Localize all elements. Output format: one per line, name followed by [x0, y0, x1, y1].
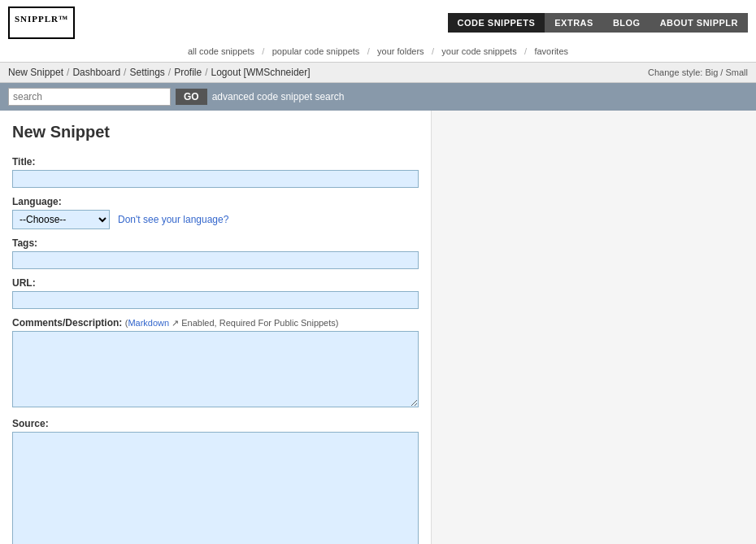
page-title: New Snippet: [12, 123, 419, 141]
right-sidebar: [431, 111, 756, 544]
main-content: New Snippet Title: Language: --Choose-- …: [0, 111, 431, 544]
sub-nav: all code snippets / popular code snippet…: [0, 42, 756, 63]
url-label: URL:: [12, 277, 419, 289]
tags-label: Tags:: [12, 237, 419, 249]
comments-group: Comments/Description: (Markdown ↗ Enable…: [12, 317, 419, 410]
change-style: Change style: Big / Small: [648, 67, 748, 77]
nav-new-snippet[interactable]: New Snippet: [8, 67, 63, 78]
top-header: SNIPPLR™ Code Snippets Extras Blog About…: [0, 0, 756, 42]
comments-label-row: Comments/Description: (Markdown ↗ Enable…: [12, 317, 419, 329]
sub-nav-your-code-snippets[interactable]: your code snippets: [441, 46, 516, 56]
nav-btn-code-snippets[interactable]: Code Snippets: [448, 13, 545, 33]
tags-input[interactable]: [12, 251, 419, 269]
nav-btn-blog[interactable]: Blog: [603, 13, 650, 33]
sub-nav-your-folders[interactable]: your folders: [377, 46, 424, 56]
title-label: Title:: [12, 156, 419, 168]
top-nav-buttons: Code Snippets Extras Blog About Snipplr: [448, 13, 749, 33]
nav-logout[interactable]: Logout [WMSchneider]: [211, 67, 311, 78]
search-go-button[interactable]: GO: [176, 89, 207, 105]
nav-sep-1: /: [67, 67, 69, 78]
dont-see-language-link[interactable]: Don't see your language?: [118, 214, 228, 225]
source-group: Source:: [12, 418, 419, 544]
logo-text: SNIPPLR: [15, 14, 59, 24]
nav-bar-links: New Snippet / Dashboard / Settings / Pro…: [8, 67, 314, 78]
language-select[interactable]: --Choose--: [12, 210, 110, 229]
nav-dashboard[interactable]: Dashboard: [72, 67, 120, 78]
comments-note: (Markdown ↗ Enabled, Required For Public…: [125, 318, 339, 328]
sub-nav-sep-3: /: [432, 46, 434, 56]
nav-btn-extras[interactable]: Extras: [545, 13, 603, 33]
sub-nav-favorites[interactable]: favorites: [534, 46, 568, 56]
advanced-search-link[interactable]: advanced code snippet search: [212, 91, 345, 102]
language-group: Language: --Choose-- Don't see your lang…: [12, 196, 419, 229]
source-textarea[interactable]: [12, 432, 419, 544]
language-label: Language:: [12, 196, 419, 207]
nav-profile[interactable]: Profile: [174, 67, 202, 78]
nav-settings[interactable]: Settings: [129, 67, 164, 78]
url-group: URL:: [12, 277, 419, 309]
search-bar: GO advanced code snippet search: [0, 83, 756, 111]
source-label: Source:: [12, 418, 419, 429]
nav-sep-4: /: [205, 67, 207, 78]
sub-nav-sep-1: /: [262, 46, 264, 56]
change-style-label: Change style:: [648, 67, 702, 77]
logo-trademark: ™: [59, 14, 68, 24]
nav-sep-3: /: [168, 67, 171, 78]
tags-group: Tags:: [12, 237, 419, 269]
comments-label: Comments/Description:: [12, 317, 122, 329]
sub-nav-popular-code-snippets[interactable]: popular code snippets: [272, 46, 360, 56]
title-group: Title:: [12, 156, 419, 188]
nav-bar: New Snippet / Dashboard / Settings / Pro…: [0, 63, 756, 83]
title-input[interactable]: [12, 170, 419, 188]
nav-sep-2: /: [124, 67, 126, 78]
sub-nav-sep-4: /: [524, 46, 527, 56]
sub-nav-all-code-snippets[interactable]: all code snippets: [188, 46, 254, 56]
logo: SNIPPLR™: [8, 7, 75, 39]
nav-btn-about-snipplr[interactable]: About Snipplr: [650, 13, 748, 33]
page-layout: New Snippet Title: Language: --Choose-- …: [0, 111, 756, 544]
sub-nav-sep-2: /: [367, 46, 370, 56]
markdown-link[interactable]: Markdown: [128, 318, 169, 328]
comments-textarea[interactable]: [12, 331, 419, 407]
style-big-link[interactable]: Big: [705, 67, 718, 77]
language-row: --Choose-- Don't see your language?: [12, 210, 419, 229]
url-input[interactable]: [12, 291, 419, 309]
search-input[interactable]: [8, 88, 171, 106]
style-small-link[interactable]: Small: [725, 67, 748, 77]
